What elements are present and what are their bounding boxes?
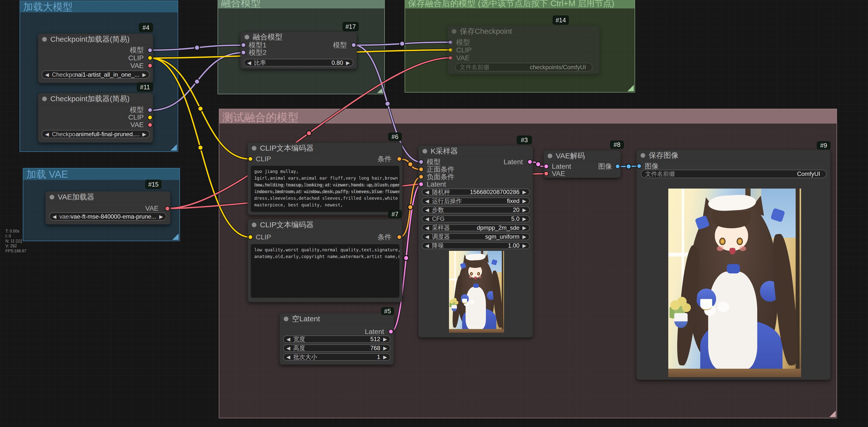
scheduler-widget[interactable]: ◀ 调度器 sgm_uniform ▶ bbox=[422, 233, 530, 240]
seed-widget[interactable]: ◀ 随机种 156680208700286 ▶ bbox=[422, 189, 530, 196]
input-slot-vae[interactable] bbox=[544, 171, 549, 176]
prev-arrow-icon[interactable]: ◀ bbox=[53, 214, 56, 220]
ckpt-name-widget[interactable]: ◀ Checkpoint名称 nai1-artist_all_in_one_..… bbox=[42, 70, 150, 79]
output-slot-vae[interactable] bbox=[165, 206, 170, 211]
output-slot-model[interactable] bbox=[148, 48, 153, 53]
artwork-apron bbox=[466, 287, 486, 330]
input-slot-clip[interactable] bbox=[248, 234, 253, 240]
collapse-dot-icon[interactable] bbox=[252, 146, 256, 151]
collapse-dot-icon[interactable] bbox=[42, 37, 47, 42]
height-widget[interactable]: ◀ 高度 768 ▶ bbox=[283, 344, 391, 352]
input-slot-positive[interactable] bbox=[418, 167, 424, 172]
node-titlebar[interactable]: VAE加载器 bbox=[45, 192, 170, 203]
node-save-checkpoint[interactable]: 保存Checkpoint 模型 CLIP VAE 文件名前缀 checkpoin… bbox=[447, 26, 600, 74]
prev-arrow-icon[interactable]: ◀ bbox=[425, 189, 429, 195]
batch-size-widget[interactable]: ◀ 批次大小 1 ▶ bbox=[283, 353, 391, 361]
node-titlebar[interactable]: Checkpoint加载器(简易) bbox=[38, 93, 153, 105]
prev-arrow-icon[interactable]: ◀ bbox=[286, 336, 290, 342]
node-titlebar[interactable]: CLIP文本编码器 bbox=[248, 143, 402, 154]
next-arrow-icon[interactable]: ▶ bbox=[523, 216, 526, 222]
collapse-dot-icon[interactable] bbox=[42, 96, 47, 101]
next-arrow-icon[interactable]: ▶ bbox=[383, 345, 387, 351]
input-slot-image[interactable] bbox=[637, 164, 642, 169]
cfg-widget[interactable]: ◀ CFG 5.0 ▶ bbox=[422, 216, 530, 222]
node-titlebar[interactable]: Checkpoint加载器(简易) bbox=[38, 34, 153, 45]
node-titlebar[interactable]: 保存图像 bbox=[637, 150, 830, 161]
prev-arrow-icon[interactable]: ◀ bbox=[425, 198, 429, 204]
next-arrow-icon[interactable]: ▶ bbox=[523, 225, 526, 231]
positive-prompt-textarea[interactable]: guo jiang mullay, 1girl,animal ears,anim… bbox=[251, 166, 399, 212]
prev-arrow-icon[interactable]: ◀ bbox=[425, 225, 429, 231]
output-slot-image[interactable] bbox=[615, 164, 620, 169]
next-arrow-icon[interactable]: ▶ bbox=[523, 207, 526, 213]
input-slot-latent[interactable] bbox=[418, 181, 424, 187]
prev-arrow-icon[interactable]: ◀ bbox=[425, 243, 429, 249]
collapse-dot-icon[interactable] bbox=[452, 29, 457, 34]
node-titlebar[interactable]: 融合模型 bbox=[241, 32, 356, 42]
node-titlebar[interactable]: 空Latent bbox=[280, 313, 394, 324]
input-slot-model[interactable] bbox=[448, 40, 453, 45]
collapse-dot-icon[interactable] bbox=[641, 153, 645, 158]
output-slot-vae[interactable] bbox=[148, 63, 153, 68]
collapse-dot-icon[interactable] bbox=[252, 223, 256, 227]
ckpt-name-widget[interactable]: ◀ Checkpoint名称 animefull-final-pruned...… bbox=[42, 130, 150, 138]
widget-label: CFG bbox=[432, 216, 444, 222]
next-arrow-icon[interactable]: ▶ bbox=[143, 131, 146, 137]
control-after-generate-widget[interactable]: ◀ 运行后操作 fixed ▶ bbox=[422, 198, 530, 204]
node-titlebar[interactable]: 保存Checkpoint bbox=[448, 26, 599, 37]
output-slot-latent[interactable] bbox=[388, 329, 394, 334]
next-arrow-icon[interactable]: ▶ bbox=[143, 72, 146, 78]
output-slot-latent[interactable] bbox=[527, 159, 532, 165]
input-slot-clip[interactable] bbox=[448, 48, 453, 53]
input-slot-clip[interactable] bbox=[248, 156, 253, 162]
width-widget[interactable]: ◀ 宽度 512 ▶ bbox=[283, 336, 391, 343]
sampler-widget[interactable]: ◀ 采样器 dpmpp_2m_sde ▶ bbox=[422, 224, 530, 231]
steps-widget[interactable]: ◀ 步数 20 ▶ bbox=[422, 206, 530, 214]
node-titlebar[interactable]: VAE解码 bbox=[544, 150, 620, 162]
input-slot-negative[interactable] bbox=[418, 174, 424, 179]
prev-arrow-icon[interactable]: ◀ bbox=[45, 131, 49, 137]
input-slot-model2[interactable] bbox=[241, 50, 246, 55]
prev-arrow-icon[interactable]: ◀ bbox=[425, 216, 429, 222]
collapse-dot-icon[interactable] bbox=[284, 317, 288, 321]
input-slot-vae[interactable] bbox=[448, 55, 453, 60]
input-slot-model[interactable] bbox=[418, 159, 424, 165]
node-titlebar[interactable]: K采样器 bbox=[418, 146, 533, 157]
output-slot-cond[interactable] bbox=[397, 156, 402, 162]
prev-arrow-icon[interactable]: ◀ bbox=[286, 345, 290, 351]
next-arrow-icon[interactable]: ▶ bbox=[346, 60, 350, 66]
output-slot-model[interactable] bbox=[351, 42, 356, 48]
node-graph-canvas[interactable]: 加载大模型 加载 VAE 融合模型 保存融合后的模型 (选中该节点后按下 Ctr… bbox=[0, 0, 868, 427]
output-slot-vae[interactable] bbox=[148, 122, 153, 127]
next-arrow-icon[interactable]: ▶ bbox=[523, 243, 526, 249]
next-arrow-icon[interactable]: ▶ bbox=[523, 234, 526, 240]
artwork-table bbox=[449, 329, 504, 333]
prev-arrow-icon[interactable]: ◀ bbox=[247, 60, 251, 66]
next-arrow-icon[interactable]: ▶ bbox=[383, 354, 387, 360]
output-slot-cond[interactable] bbox=[397, 234, 402, 240]
next-arrow-icon[interactable]: ▶ bbox=[523, 189, 526, 195]
collapse-dot-icon[interactable] bbox=[548, 153, 552, 158]
collapse-dot-icon[interactable] bbox=[245, 35, 249, 39]
node-titlebar[interactable]: CLIP文本编码器 bbox=[248, 219, 402, 230]
next-arrow-icon[interactable]: ▶ bbox=[383, 336, 387, 342]
ratio-widget[interactable]: ◀ 比率 0.80 ▶ bbox=[244, 59, 353, 66]
collapse-dot-icon[interactable] bbox=[50, 195, 54, 199]
input-slot-latent[interactable] bbox=[544, 164, 549, 169]
output-slot-clip[interactable] bbox=[148, 115, 153, 120]
next-arrow-icon[interactable]: ▶ bbox=[159, 214, 163, 220]
output-slot-clip[interactable] bbox=[148, 55, 153, 60]
prev-arrow-icon[interactable]: ◀ bbox=[425, 207, 429, 213]
prev-arrow-icon[interactable]: ◀ bbox=[45, 72, 49, 78]
input-slot-model1[interactable] bbox=[241, 42, 246, 48]
output-slot-model[interactable] bbox=[148, 108, 153, 113]
next-arrow-icon[interactable]: ▶ bbox=[523, 198, 526, 204]
prev-arrow-icon[interactable]: ◀ bbox=[286, 354, 290, 360]
denoise-widget[interactable]: ◀ 降噪 1.00 ▶ bbox=[422, 242, 530, 249]
filename-prefix-widget[interactable]: 文件名前缀 checkpoints/ComfyUI bbox=[455, 63, 592, 72]
negative-prompt-textarea[interactable]: low quality,worst quality,normal quality… bbox=[251, 244, 399, 298]
collapse-dot-icon[interactable] bbox=[423, 149, 427, 153]
prev-arrow-icon[interactable]: ◀ bbox=[425, 234, 429, 240]
vae-name-widget[interactable]: ◀ vae名称 vae-ft-mse-840000-ema-prune... ▶ bbox=[49, 212, 166, 221]
filename-prefix-widget[interactable]: 文件名前缀 ComfyUI bbox=[641, 170, 827, 178]
